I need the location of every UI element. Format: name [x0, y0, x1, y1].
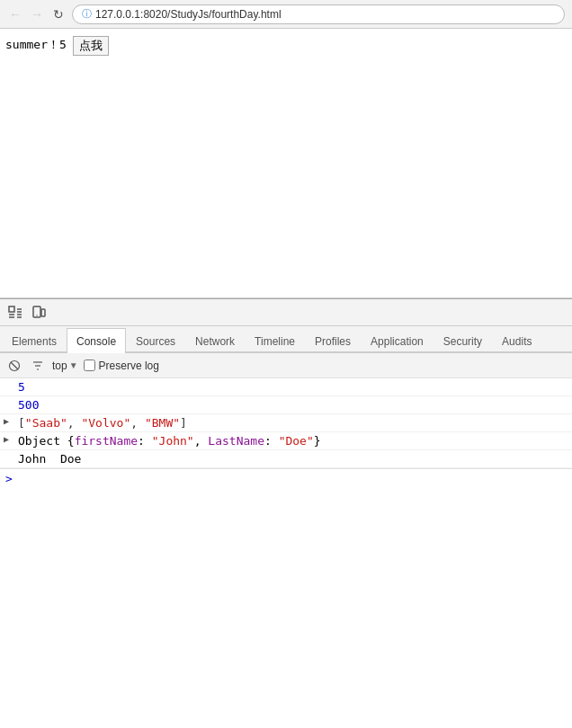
console-line: ▶ ["Saab", "Volvo", "BMW"] — [0, 414, 572, 432]
tab-console[interactable]: Console — [67, 328, 126, 353]
page-content: summer！5 点我 — [0, 29, 572, 298]
console-input[interactable] — [16, 472, 567, 485]
device-mode-button[interactable] — [27, 301, 50, 324]
devtools-tabs: Elements Console Sources Network Timelin… — [0, 326, 572, 353]
chevron-down-icon: ▼ — [69, 360, 78, 370]
context-selector[interactable]: top ▼ — [52, 360, 78, 372]
tab-audits[interactable]: Audits — [492, 328, 541, 353]
page-output-text: summer！5 — [5, 38, 67, 51]
console-prompt: > — [5, 472, 13, 485]
forward-button[interactable]: → — [29, 6, 45, 22]
console-line: 500 — [0, 396, 572, 414]
tab-sources[interactable]: Sources — [126, 328, 185, 353]
click-button[interactable]: 点我 — [73, 36, 109, 56]
tab-elements[interactable]: Elements — [2, 328, 67, 353]
preserve-log-area: Preserve log — [84, 360, 159, 372]
tab-security[interactable]: Security — [433, 328, 492, 353]
tab-application[interactable]: Application — [361, 328, 433, 353]
console-toolbar: top ▼ Preserve log — [0, 353, 572, 378]
devtools-panel: Elements Console Sources Network Timelin… — [0, 298, 572, 728]
svg-point-9 — [36, 315, 37, 315]
tab-profiles[interactable]: Profiles — [305, 328, 361, 353]
console-line: 5 — [0, 378, 572, 396]
svg-rect-0 — [9, 306, 14, 312]
console-output: 5 500 ▶ ["Saab", "Volvo", "BMW"] ▶ Objec… — [0, 378, 572, 728]
expand-icon[interactable]: ▶ — [4, 434, 9, 444]
back-button[interactable]: ← — [7, 6, 23, 22]
url-text: 127.0.0.1:8020/StudyJs/fourthDay.html — [95, 8, 282, 21]
security-icon: ⓘ — [82, 7, 92, 21]
preserve-log-checkbox[interactable] — [84, 360, 95, 371]
clear-console-button[interactable] — [5, 357, 23, 375]
svg-line-11 — [11, 362, 18, 369]
svg-rect-8 — [41, 309, 45, 316]
console-input-line: > — [0, 468, 572, 488]
browser-toolbar: ← → ↻ ⓘ 127.0.0.1:8020/StudyJs/fourthDay… — [0, 0, 572, 29]
expand-icon[interactable]: ▶ — [4, 416, 9, 426]
console-line: ▶ Object {firstName: "John", LastName: "… — [0, 432, 572, 450]
filter-button[interactable] — [29, 357, 47, 375]
console-line: John Doe — [0, 450, 572, 468]
inspect-element-button[interactable] — [4, 301, 27, 324]
tab-timeline[interactable]: Timeline — [245, 328, 305, 353]
tab-network[interactable]: Network — [185, 328, 245, 353]
preserve-log-label: Preserve log — [99, 360, 159, 372]
context-label: top — [52, 360, 67, 372]
address-bar[interactable]: ⓘ 127.0.0.1:8020/StudyJs/fourthDay.html — [72, 4, 565, 24]
devtools-toolbar — [0, 299, 572, 326]
reload-button[interactable]: ↻ — [50, 6, 67, 22]
